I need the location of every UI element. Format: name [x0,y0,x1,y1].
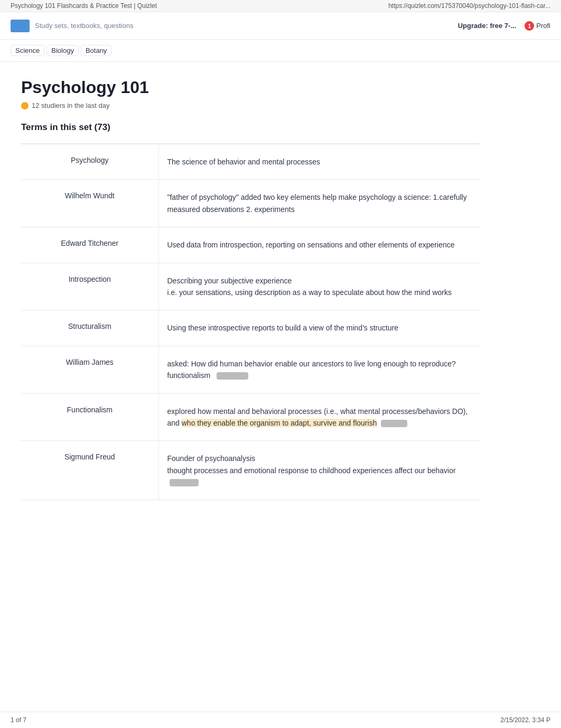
blurred-overlay-1 [217,372,248,380]
term-cell: Psychology [21,144,158,180]
page-content: Psychology 101 12 studiers in the last d… [0,62,502,532]
table-row: Sigmund Freud Founder of psychoanalysis … [21,441,481,500]
studiers-dot-icon [21,102,29,109]
definition-cell: asked: How did human behavior enable our… [158,346,481,393]
term-cell: Functionalism [21,393,158,441]
term-cell: Wilhelm Wundt [21,180,158,227]
table-row: Wilhelm Wundt "father of psychology" add… [21,180,481,227]
notification-badge[interactable]: 1 Profi [525,21,550,31]
flashcards-table: Psychology The science of behavior and m… [21,143,481,500]
breadcrumb-science[interactable]: Science [11,45,44,56]
term-cell: William James [21,346,158,393]
top-bar-left: Study sets, textbooks, questions [11,20,133,32]
browser-bar: Psychology 101 Flashcards & Practice Tes… [0,0,561,12]
studiers-row: 12 studiers in the last day [21,102,481,109]
upgrade-button[interactable]: Upgrade: free 7-... [458,22,517,30]
table-row: Introspection Describing your subjective… [21,263,481,310]
page-info: 1 of 7 [11,716,26,724]
terms-heading: Terms in this set (73) [21,122,481,133]
blurred-overlay-3 [170,479,199,486]
date-info: 2/15/2022, 3:34 P [500,716,550,724]
definition-cell: Using these introspective reports to bui… [158,310,481,346]
table-row: Functionalism explored how mental and be… [21,393,481,441]
definition-cell: Used data from introspection, reporting … [158,227,481,263]
top-bar-right: Upgrade: free 7-... 1 Profi [458,21,550,31]
page-title: Psychology 101 [21,78,481,97]
term-cell: Edward Titchener [21,227,158,263]
browser-url: https://quizlet.com/175370040/psychology… [388,2,550,10]
footer: 1 of 7 2/15/2022, 3:34 P [0,712,561,728]
table-row: Edward Titchener Used data from introspe… [21,227,481,263]
definition-cell: The science of behavior and mental proce… [158,144,481,180]
term-cell: Introspection [21,263,158,310]
table-row: Psychology The science of behavior and m… [21,144,481,180]
definition-cell: explored how mental and behavioral proce… [158,393,481,441]
blurred-overlay-2 [381,420,407,427]
table-row: Structuralism Using these introspective … [21,310,481,346]
browser-title: Psychology 101 Flashcards & Practice Tes… [11,2,157,10]
breadcrumb-biology[interactable]: Biology [46,45,79,56]
studiers-text: 12 studiers in the last day [32,102,109,109]
breadcrumb: Science Biology Botany [0,40,561,62]
highlight-text: who they enable the organism to adapt, s… [182,419,377,427]
profile-link[interactable]: Profi [536,22,550,30]
table-row: William James asked: How did human behav… [21,346,481,393]
breadcrumb-botany[interactable]: Botany [81,45,111,56]
search-bar[interactable]: Study sets, textbooks, questions [35,22,133,30]
quizlet-logo[interactable] [11,20,30,32]
term-cell: Structuralism [21,310,158,346]
definition-cell: Describing your subjective experiencei.e… [158,263,481,310]
definition-cell: "father of psychology" added two key ele… [158,180,481,227]
term-cell: Sigmund Freud [21,441,158,500]
notification-count: 1 [525,21,534,31]
top-navigation-bar: Study sets, textbooks, questions Upgrade… [0,12,561,40]
definition-cell: Founder of psychoanalysis thought proces… [158,441,481,500]
